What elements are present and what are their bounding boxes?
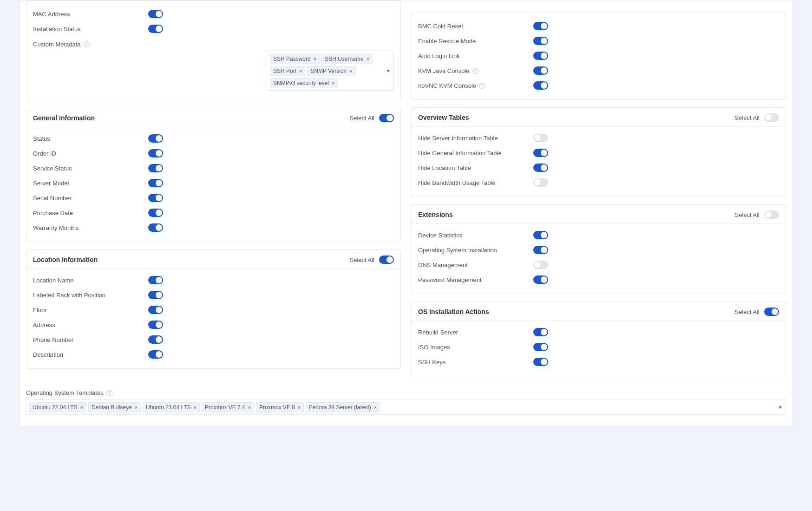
select-all-toggle[interactable] (379, 114, 394, 122)
toggle-purchase-date[interactable] (148, 209, 163, 217)
remove-icon[interactable]: × (332, 80, 334, 86)
label: Status (33, 135, 148, 142)
tag: SSH Password× (270, 54, 320, 64)
remove-icon[interactable]: × (194, 405, 196, 410)
row-mac-address: MAC Address (33, 7, 394, 21)
toggle-auto-login-link[interactable] (533, 52, 548, 60)
toggle-description[interactable] (148, 350, 163, 359)
toggle-rebuild-server[interactable] (533, 328, 548, 336)
remove-icon[interactable]: × (349, 68, 352, 74)
toggle-hide-server-info[interactable] (533, 134, 548, 142)
help-icon[interactable]: ? (84, 41, 90, 47)
actions-card-tail: BMC Cold Reset Enable Rescue Mode Auto L… (411, 13, 786, 100)
toggle-address[interactable] (148, 321, 163, 329)
select-all-toggle[interactable] (379, 256, 394, 264)
overview-tables-card: Overview Tables Select All Hide Server I… (411, 107, 786, 197)
remove-icon[interactable]: × (367, 56, 369, 62)
label: Serial Number (33, 195, 148, 202)
tag: SSH Port× (270, 66, 305, 76)
select-all-toggle[interactable] (764, 210, 779, 219)
label: Floor (33, 307, 148, 314)
tag-text: Debian Bullseye (92, 404, 132, 411)
chevron-down-icon[interactable]: ▾ (779, 404, 782, 410)
label: Address (33, 321, 148, 328)
tag: Ubuntu 23.04 LTS× (143, 402, 200, 413)
card-title: Location Information (33, 256, 98, 263)
label: Server Model (33, 180, 148, 187)
toggle-ssh-keys[interactable] (533, 358, 548, 366)
toggle-device-statistics[interactable] (533, 231, 548, 239)
label-txt: noVNC KVM Console (418, 82, 476, 89)
select-all-toggle[interactable] (764, 308, 779, 316)
label: Phone Number (33, 336, 148, 343)
toggle-floor[interactable] (148, 306, 163, 314)
tag-text: SNMPv3 security level (273, 80, 329, 86)
toggle-location-name[interactable] (148, 276, 163, 284)
toggle-enable-rescue-mode[interactable] (533, 37, 548, 45)
toggle-mac-address[interactable] (148, 10, 163, 18)
toggle-hide-location[interactable] (533, 164, 548, 172)
tag-text: Ubuntu 23.04 LTS (146, 404, 191, 411)
toggle-kvm-java-console[interactable] (533, 66, 548, 75)
toggle-installation-status[interactable] (148, 25, 163, 33)
chevron-down-icon[interactable]: ▾ (387, 68, 390, 74)
remove-icon[interactable]: × (135, 405, 138, 410)
toggle-iso-images[interactable] (533, 343, 548, 351)
label: Password Management (418, 276, 533, 283)
toggle-bmc-cold-reset[interactable] (533, 22, 548, 30)
remove-icon[interactable]: × (299, 68, 302, 74)
toggle-serial-number[interactable] (148, 194, 163, 202)
select-all-label: Select All (350, 115, 374, 122)
toggle-os-installation[interactable] (533, 246, 548, 254)
label: Purchase Date (33, 210, 148, 216)
label: Rebuild Server (418, 329, 533, 336)
remove-icon[interactable]: × (374, 405, 377, 410)
help-icon[interactable]: ? (472, 68, 478, 74)
row-custom-metadata: Custom Metadata ? SSH Password× SSH User… (33, 36, 394, 93)
toggle-hide-general-info[interactable] (533, 149, 548, 157)
tag-text: Fedora 38 Server (latest) (309, 404, 371, 411)
tag-text: Proxmox VE 8 (259, 404, 295, 411)
toggle-service-status[interactable] (148, 164, 163, 172)
custom-metadata-multiselect[interactable]: SSH Password× SSH Username× SSH Port× SN… (267, 51, 394, 91)
toggle-warranty-months[interactable] (148, 223, 163, 232)
card-title: OS Installation Actions (418, 308, 489, 315)
label: Custom Metadata ? (33, 39, 90, 48)
location-information-card: Location Information Select All Location… (26, 249, 401, 369)
os-templates-label-text: Operating System Templates (26, 389, 104, 396)
help-icon[interactable]: ? (479, 83, 485, 89)
label-txt: KVM Java Console (418, 67, 470, 74)
remove-icon[interactable]: × (248, 405, 251, 410)
toggle-dns-management[interactable] (533, 261, 548, 269)
toggle-phone-number[interactable] (148, 335, 163, 344)
tag: Ubuntu 22.04 LTS× (29, 402, 86, 413)
select-all-label: Select All (735, 114, 760, 121)
remove-icon[interactable]: × (298, 405, 301, 410)
label: Service Status (33, 165, 148, 172)
general-information-card: General Information Select All Status Or… (26, 108, 401, 242)
label: Hide Server Information Table (418, 135, 533, 142)
settings-shell: MAC Address Installation Status Custom M… (19, 0, 793, 426)
toggle-server-model[interactable] (148, 179, 163, 187)
select-all-label: Select All (735, 211, 760, 218)
extensions-card: Extensions Select All Device Statistics … (411, 204, 786, 294)
tag: SSH Username× (321, 54, 373, 64)
toggle-order-id[interactable] (148, 149, 163, 157)
toggle-password-management[interactable] (533, 275, 548, 284)
remove-icon[interactable]: × (80, 405, 83, 410)
label: Hide General Information Table (418, 150, 533, 157)
toggle-labeled-rack[interactable] (148, 291, 163, 299)
row-installation-status: Installation Status (33, 21, 394, 36)
remove-icon[interactable]: × (314, 56, 316, 62)
tag: Fedora 38 Server (latest)× (306, 402, 380, 413)
help-icon[interactable]: ? (106, 390, 112, 396)
os-templates-multiselect[interactable]: Ubuntu 22.04 LTS× Debian Bullseye× Ubunt… (26, 399, 786, 415)
toggle-hide-bandwidth[interactable] (533, 178, 548, 187)
tag-text: SSH Password (273, 56, 311, 62)
toggle-status[interactable] (148, 134, 163, 143)
card-title: Overview Tables (418, 114, 469, 121)
tag: SNMP Version× (307, 66, 355, 76)
toggle-novnc-kvm-console[interactable] (533, 81, 548, 90)
select-all-toggle[interactable] (764, 113, 779, 122)
tag-text: Ubuntu 22.04 LTS (33, 404, 78, 411)
